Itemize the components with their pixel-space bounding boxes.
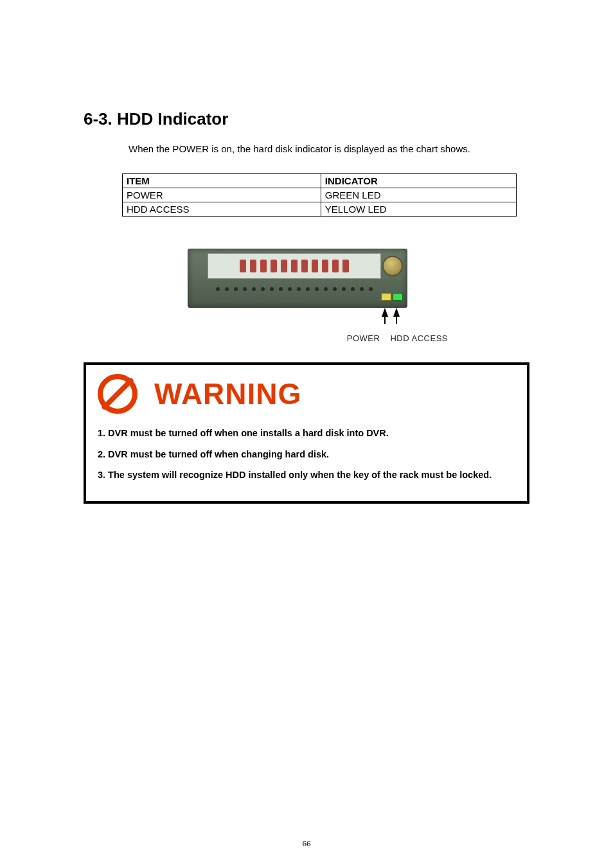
prohibition-icon (98, 374, 138, 414)
page-number: 66 (0, 838, 613, 849)
label-power: POWER (347, 333, 380, 343)
document-page: 6-3. HDD Indicator When the POWER is on,… (0, 0, 613, 868)
warning-line: 2. DVR must be turned off when changing … (98, 447, 515, 463)
table-cell: YELLOW LED (321, 202, 516, 217)
drive-vents-panel (208, 253, 381, 279)
power-led (393, 293, 403, 301)
label-hdd-access: HDD ACCESS (390, 333, 448, 343)
vent-slots (240, 260, 349, 272)
warning-body: 1. DVR must be turned off when one insta… (98, 425, 515, 483)
arrow-icon (382, 308, 388, 317)
table-header-item: ITEM (123, 174, 321, 188)
table-cell: HDD ACCESS (123, 202, 321, 217)
drive-dots (208, 281, 381, 297)
intro-paragraph: When the POWER is on, the hard disk indi… (129, 143, 529, 154)
warning-box: WARNING 1. DVR must be turned off when o… (84, 362, 529, 504)
arrow-icon (393, 308, 400, 317)
drive-bay (188, 249, 407, 308)
warning-title: WARNING (154, 376, 301, 411)
table-header-indicator: INDICATOR (321, 174, 516, 188)
warning-line: 1. DVR must be turned off when one insta… (98, 425, 515, 441)
drive-bay-illustration (188, 249, 425, 327)
callout-arrows (188, 308, 406, 327)
warning-line: 3. The system will recognize HDD install… (98, 467, 515, 483)
table-header-row: ITEM INDICATOR (123, 174, 517, 188)
indicator-table: ITEM INDICATOR POWER GREEN LED HDD ACCES… (122, 173, 517, 217)
section-heading: 6-3. HDD Indicator (84, 109, 529, 129)
table-cell: GREEN LED (321, 188, 516, 202)
photo-callout-labels: POWER HDD ACCESS (165, 333, 448, 343)
hdd-access-led (381, 293, 391, 301)
table-cell: POWER (123, 188, 321, 202)
indicator-table-wrap: ITEM INDICATOR POWER GREEN LED HDD ACCES… (122, 173, 517, 217)
lock-icon (382, 256, 403, 276)
table-row: HDD ACCESS YELLOW LED (123, 202, 517, 217)
table-row: POWER GREEN LED (123, 188, 517, 202)
warning-header: WARNING (98, 374, 515, 414)
